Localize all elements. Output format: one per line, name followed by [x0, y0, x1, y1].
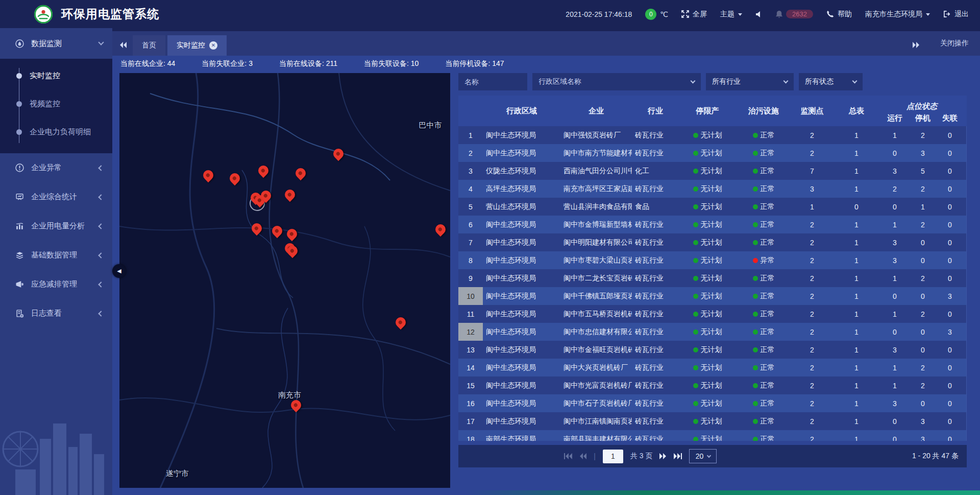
sidebar-item-video-monitor[interactable]: 视频监控 [0, 90, 112, 118]
cell-industry: 砖瓦行业 [632, 323, 679, 341]
status-dot-green [753, 133, 758, 138]
sidebar-item-log-view[interactable]: 日志查看 [0, 299, 112, 328]
table-row[interactable]: 2 阆中生态环境局 阆中市南方节能建材有 砖瓦行业 无计划 正常 2 1 0 3… [458, 144, 966, 162]
sidebar-item-power-load-detail[interactable]: 企业电力负荷明细 [0, 118, 112, 146]
status-dot-green [753, 222, 758, 227]
tab-home[interactable]: 首页 [133, 35, 165, 56]
table-row[interactable]: 7 阆中生态环境局 阆中明阳建材有限公司 砖瓦行业 无计划 正常 2 1 3 0… [458, 233, 966, 251]
sidebar-group-data-monitor[interactable]: 数据监测 [0, 28, 112, 59]
map-collapse-handle[interactable]: ◀ [112, 264, 126, 278]
first-page-button[interactable] [564, 453, 572, 459]
table-row[interactable]: 13 阆中生态环境局 阆中市金福旺页岩机砖 砖瓦行业 无计划 正常 2 1 3 … [458, 341, 966, 359]
cell-stopped: 2 [910, 180, 936, 198]
status-dot-green [693, 329, 698, 335]
cell-running: 0 [880, 198, 910, 216]
status-dot-green [753, 437, 758, 441]
table-row[interactable]: 11 阆中生态环境局 阆中市五马桥页岩机砖 砖瓦行业 无计划 正常 2 1 1 … [458, 305, 966, 323]
table-row[interactable]: 8 阆中生态环境局 阆中市枣碧大梁山页岩 砖瓦行业 无计划 异常 2 1 3 0… [458, 251, 966, 269]
next-page-button[interactable] [659, 453, 667, 459]
status-dot-green [693, 258, 698, 263]
tabs-scroll-left-button[interactable] [119, 42, 128, 48]
sidebar-item-company-abnormal[interactable]: 企业异常 [0, 153, 112, 182]
table-row[interactable]: 12 阆中生态环境局 阆中市忠信建材有限公 砖瓦行业 无计划 正常 2 1 0 … [458, 323, 966, 341]
status-dot-green [693, 419, 698, 424]
fullscreen-button[interactable]: 全屏 [681, 10, 707, 19]
page-number-input[interactable] [603, 450, 623, 463]
table-row[interactable]: 6 阆中生态环境局 阆中市金博瑞新型墙材 砖瓦行业 无计划 正常 2 1 1 2… [458, 216, 966, 233]
cell-monitor-points: 7 [791, 162, 833, 180]
close-operations-button[interactable]: 关闭操作 [940, 39, 969, 48]
cell-total-meters: 1 [833, 341, 880, 359]
sidebar-item-realtime-monitor[interactable]: 实时监控 [0, 62, 112, 90]
table-row[interactable]: 18 南部生态环境局 南部县瑞丰建材有限公 砖瓦行业 无计划 正常 2 1 0 … [458, 430, 966, 441]
notification-count-badge: 2632 [786, 10, 813, 18]
cell-limit-production: 无计划 [679, 287, 736, 305]
table-row[interactable]: 17 阆中生态环境局 阆中市江南镇阆南页岩 砖瓦行业 无计划 正常 2 1 0 … [458, 412, 966, 430]
table-row[interactable]: 14 阆中生态环境局 阆中大兴页岩机砖厂 砖瓦行业 无计划 正常 2 1 1 2… [458, 359, 966, 376]
map-panel[interactable]: ◀ 巴中市南充市遂宁市 [119, 73, 450, 488]
table-row[interactable]: 5 营山生态环境局 营山县润丰肉食品有限 食品 无计划 正常 1 0 0 1 0 [458, 198, 966, 216]
table-row[interactable]: 4 高坪生态环境局 南充市高坪区王家店建 砖瓦行业 无计划 正常 3 1 2 2… [458, 180, 966, 198]
name-search-input[interactable] [458, 73, 527, 90]
sidebar-item-company-statistics[interactable]: 企业综合统计 [0, 182, 112, 211]
tabs-scroll-right-button[interactable] [912, 42, 920, 48]
table-row[interactable]: 10 阆中生态环境局 阆中千佛镇五郎垭页岩 砖瓦行业 无计划 正常 2 1 0 … [458, 287, 966, 305]
status-select[interactable]: 所有状态 [799, 73, 863, 90]
bell-icon [775, 10, 783, 18]
page-title: 环保用电监管系统 [61, 6, 159, 22]
chevron-left-icon [98, 223, 104, 229]
chevron-down-icon [98, 39, 104, 45]
logout-button[interactable]: 退出 [943, 10, 969, 19]
cell-region: 阆中生态环境局 [483, 251, 560, 269]
cell-lost: 0 [936, 412, 964, 430]
table-row[interactable]: 9 阆中生态环境局 阆中市二龙长宝页岩砖 砖瓦行业 无计划 正常 2 1 1 2… [458, 269, 966, 287]
company-table: 行政区域 企业 行业 停限产 治污设施 监测点 总表 点位状态 运行 [458, 96, 967, 441]
user-org-menu[interactable]: 南充市生态环境局 [865, 10, 930, 19]
sidebar-item-emergency-reduction[interactable]: 应急减排管理 [0, 270, 112, 299]
cell-running: 3 [880, 394, 910, 412]
chevron-left-icon [98, 165, 104, 171]
stat-item: 当前在线企业: 44 [120, 59, 175, 68]
industry-select[interactable]: 所有行业 [706, 73, 794, 90]
cell-limit-production: 无计划 [679, 430, 736, 441]
sidebar-item-power-analysis[interactable]: 企业用电量分析 [0, 211, 112, 241]
cell-monitor-points: 2 [791, 412, 833, 430]
table-row[interactable]: 16 阆中生态环境局 阆中市石子页岩机砖厂 砖瓦行业 无计划 正常 2 1 3 … [458, 394, 966, 412]
bar-chart-icon [15, 222, 24, 230]
cell-region: 阆中生态环境局 [483, 126, 560, 144]
previous-page-button[interactable] [579, 453, 586, 459]
city-label: 巴中市 [419, 121, 442, 130]
status-dot-green [753, 240, 758, 245]
table-row[interactable]: 15 阆中生态环境局 阆中市光富页岩机砖厂 砖瓦行业 无计划 正常 2 1 1 … [458, 376, 966, 394]
table-row[interactable]: 3 仪陇生态环境局 西南油气田分公司川中 化工 无计划 正常 7 1 3 5 0 [458, 162, 966, 180]
table-row[interactable]: 1 阆中生态环境局 阆中强锐页岩砖厂 砖瓦行业 无计划 正常 2 1 1 2 0 [458, 126, 966, 144]
cell-limit-production: 无计划 [679, 341, 736, 359]
close-tab-icon[interactable]: ✕ [209, 41, 217, 50]
last-page-button[interactable] [674, 453, 682, 459]
sidebar-item-label: 企业综合统计 [31, 192, 77, 202]
status-dot-green [693, 276, 698, 281]
status-dot-green [693, 169, 698, 174]
exit-icon [943, 10, 951, 18]
sidebar-item-base-data[interactable]: 基础数据管理 [0, 241, 112, 270]
cell-company: 阆中强锐页岩砖厂 [560, 126, 632, 144]
top-header: 环保用电监管系统 2021-02-25 17:46:18 0 ℃ 全屏 主题 [0, 0, 980, 28]
cell-monitor-points: 2 [791, 323, 833, 341]
tab-realtime-monitor[interactable]: 实时监控 ✕ [167, 35, 227, 56]
sound-button[interactable] [755, 11, 762, 18]
region-select[interactable]: 行政区域名称 [532, 73, 701, 90]
theme-menu[interactable]: 主题 [720, 10, 742, 19]
cell-industry: 砖瓦行业 [632, 269, 679, 287]
notification-button[interactable]: 2632 [775, 10, 813, 18]
help-button[interactable]: 帮助 [826, 10, 852, 19]
column-header-industry: 行业 [632, 96, 679, 126]
cell-industry: 砖瓦行业 [632, 287, 679, 305]
page-size-select[interactable]: 20 [689, 449, 717, 463]
cell-total-meters: 1 [833, 144, 880, 162]
cell-monitor-points: 2 [791, 430, 833, 441]
cell-region: 阆中生态环境局 [483, 376, 560, 394]
cell-total-meters: 1 [833, 216, 880, 233]
cell-limit-production: 无计划 [679, 126, 736, 144]
table-header: 行政区域 企业 行业 停限产 治污设施 监测点 总表 点位状态 运行 [458, 96, 967, 126]
cell-running: 1 [880, 126, 910, 144]
